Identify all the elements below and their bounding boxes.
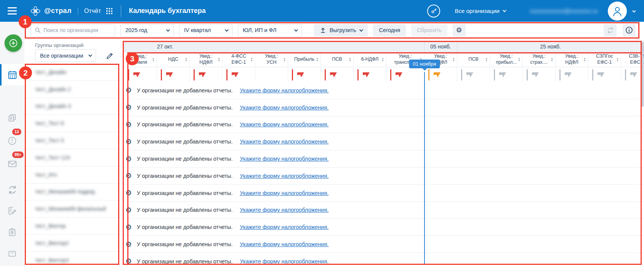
- sidebar-item-edit-report[interactable]: [0, 201, 24, 221]
- set-taxation-form-link[interactable]: Укажите форму налогообложения.: [240, 224, 328, 230]
- set-taxation-form-link[interactable]: Укажите форму налогообложения.: [240, 87, 328, 94]
- report-column-header[interactable]: ПСВ ▲▼: [457, 52, 490, 67]
- quarter-select[interactable]: IV квартал: [179, 24, 232, 37]
- today-button[interactable]: Сегодня: [373, 24, 406, 37]
- flag-icon[interactable]: [395, 71, 403, 79]
- report-column-header[interactable]: СЗВ-ТД ЕФС-1 ▲▼: [621, 52, 644, 67]
- sort-icon[interactable]: ▲▼: [518, 57, 521, 62]
- row-settings-gear-icon[interactable]: ⚙: [125, 189, 132, 197]
- sort-icon[interactable]: ▲▼: [218, 57, 220, 62]
- set-taxation-form-link[interactable]: Укажите форму налогообложения.: [240, 207, 328, 213]
- reset-button[interactable]: Сбросить: [411, 24, 447, 37]
- report-column-header[interactable]: 6-НДФЛ ▲▼: [354, 52, 386, 67]
- year-select[interactable]: 2025 год: [120, 24, 174, 37]
- export-button[interactable]: Выгрузить: [314, 24, 368, 37]
- sort-icon[interactable]: ▲▼: [283, 57, 286, 62]
- sort-icon[interactable]: ▲▼: [485, 57, 488, 62]
- hamburger-menu-icon[interactable]: [0, 0, 24, 22]
- flag-icon[interactable]: [466, 71, 474, 79]
- org-group-select[interactable]: Все организации: [35, 49, 96, 62]
- flag-icon[interactable]: [329, 71, 338, 79]
- row-settings-gear-icon[interactable]: ⚙: [125, 172, 132, 179]
- org-list-item[interactable]: тест_Вектор3: [24, 252, 123, 266]
- org-list-item[interactable]: тест_Тест 123: [24, 149, 123, 166]
- row-settings-gear-icon[interactable]: ⚙: [125, 104, 132, 111]
- sort-icon[interactable]: ▲▼: [616, 57, 619, 62]
- flag-icon[interactable]: [564, 71, 572, 79]
- sort-icon[interactable]: ▲▼: [316, 57, 319, 62]
- org-list-item[interactable]: тест_Дизайн 3: [24, 98, 123, 115]
- report-column-header[interactable]: Увед.: прибыл... ▲▼: [490, 52, 523, 67]
- report-column-header[interactable]: Увед.: НДФЛ ▲▼: [556, 52, 588, 67]
- flag-icon[interactable]: [165, 71, 174, 79]
- set-taxation-form-link[interactable]: Укажите форму налогообложения.: [240, 105, 328, 111]
- org-list-item[interactable]: тест_Тест 8: [24, 115, 123, 132]
- sidebar-item-deadlines[interactable]: 13: [0, 131, 24, 151]
- search-input[interactable]: [43, 27, 111, 33]
- report-column-header[interactable]: Увед.: УСН ▲▼: [255, 52, 288, 67]
- apps-grid-icon[interactable]: [106, 8, 112, 14]
- report-column-header[interactable]: ПСВ ▲▼: [321, 52, 354, 67]
- flag-icon[interactable]: [433, 71, 441, 79]
- set-taxation-form-link[interactable]: Укажите форму налогообложения.: [240, 156, 328, 162]
- org-list-item[interactable]: тест_Механик99 финальный: [24, 200, 123, 218]
- flag-icon[interactable]: [630, 71, 638, 79]
- report-column-header[interactable]: Увед.: НДФЛ ▲▼: [190, 52, 223, 67]
- org-list-item[interactable]: тест_Итс: [24, 166, 123, 184]
- sidebar-item-sync[interactable]: [0, 180, 24, 200]
- flag-icon[interactable]: [296, 71, 305, 79]
- sidebar-item-mail[interactable]: 99+: [0, 154, 24, 174]
- flag-icon[interactable]: [531, 71, 540, 79]
- row-settings-gear-icon[interactable]: ⚙: [125, 206, 132, 214]
- row-settings-gear-icon[interactable]: ⚙: [125, 138, 132, 145]
- row-settings-gear-icon[interactable]: ⚙: [125, 155, 132, 163]
- flag-icon[interactable]: [362, 71, 370, 79]
- report-column-header[interactable]: 4-ФСС ЕФС-1 ▲▼: [223, 52, 255, 67]
- set-taxation-form-link[interactable]: Укажите форму налогообложения.: [240, 139, 328, 145]
- entity-filter-select[interactable]: ЮЛ, ИП и ФЛ: [238, 24, 302, 37]
- row-settings-gear-icon[interactable]: ⚙: [125, 87, 132, 94]
- sidebar-item-documents[interactable]: [0, 108, 24, 128]
- row-settings-gear-icon[interactable]: ⚙: [125, 121, 132, 128]
- sort-icon[interactable]: ▲▼: [349, 57, 351, 62]
- set-taxation-form-link[interactable]: Укажите форму налогообложения.: [240, 190, 328, 196]
- sort-icon[interactable]: ▲▼: [381, 57, 384, 62]
- row-settings-gear-icon[interactable]: ⚙: [125, 224, 132, 231]
- flag-icon[interactable]: [498, 71, 507, 79]
- report-column-header[interactable]: Увед.: земля ▲▼: [124, 52, 157, 67]
- org-list-item[interactable]: тест_Механик99 подряд: [24, 184, 123, 201]
- org-list-item[interactable]: тест_Дизайн 2: [24, 81, 123, 98]
- row-settings-gear-icon[interactable]: ⚙: [125, 258, 132, 265]
- avatar[interactable]: [608, 2, 627, 21]
- set-taxation-form-link[interactable]: Укажите форму налогообложения.: [240, 173, 328, 179]
- org-list-item[interactable]: тест_Вектор2: [24, 235, 123, 252]
- sort-icon[interactable]: ▲▼: [185, 57, 187, 62]
- set-taxation-form-link[interactable]: Укажите форму налогообложения.: [240, 258, 328, 264]
- flag-icon[interactable]: [198, 71, 207, 79]
- report-column-header[interactable]: НДС ▲▼: [157, 52, 190, 67]
- set-taxation-form-link[interactable]: Укажите форму налогообложения.: [240, 241, 328, 247]
- sidebar-item-calendar[interactable]: [0, 64, 24, 85]
- add-button[interactable]: [5, 34, 22, 52]
- org-list-item[interactable]: тест_Вектор: [24, 218, 123, 235]
- sort-icon[interactable]: ▲▼: [452, 57, 455, 62]
- row-settings-gear-icon[interactable]: ⚙: [125, 241, 132, 248]
- report-column-header[interactable]: СЗПГос ЕФС-1 ▲▼: [588, 52, 621, 67]
- key-icon[interactable]: [427, 5, 440, 18]
- flag-icon[interactable]: [597, 71, 605, 79]
- edit-groups-button[interactable]: [102, 49, 117, 62]
- info-button[interactable]: [623, 24, 636, 37]
- refresh-button[interactable]: [604, 24, 617, 37]
- sort-icon[interactable]: ▲▼: [551, 57, 553, 62]
- user-menu-chevron-icon[interactable]: [632, 8, 635, 14]
- header-org-selector[interactable]: Все организации: [455, 8, 505, 14]
- flag-icon[interactable]: [133, 71, 141, 79]
- flag-icon[interactable]: [231, 71, 239, 79]
- settings-gear-button[interactable]: ⚙: [453, 24, 466, 37]
- report-column-header[interactable]: Прибыль ▲▼: [288, 52, 321, 67]
- sort-icon[interactable]: ▲▼: [250, 57, 253, 62]
- set-taxation-form-link[interactable]: Укажите форму налогообложения.: [240, 121, 328, 127]
- sidebar-item-archive[interactable]: [0, 244, 24, 264]
- sidebar-item-clipboard[interactable]: [0, 222, 24, 242]
- sort-icon[interactable]: ▲▼: [152, 57, 155, 62]
